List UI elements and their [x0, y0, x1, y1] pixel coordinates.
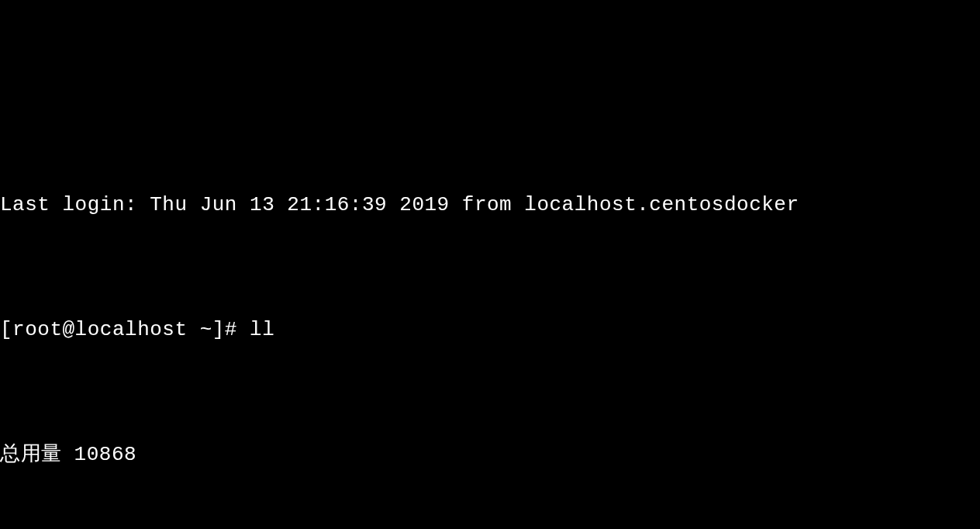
terminal-window[interactable]: Last login: Thu Jun 13 21:16:39 2019 fro… — [0, 126, 980, 529]
ll-total: 总用量 10868 — [0, 439, 980, 470]
command-text: ll — [250, 318, 274, 341]
shell-prompt: [root@localhost ~]# — [0, 318, 250, 341]
command-line-ll: [root@localhost ~]# ll — [0, 314, 980, 345]
login-banner: Last login: Thu Jun 13 21:16:39 2019 fro… — [0, 189, 980, 220]
